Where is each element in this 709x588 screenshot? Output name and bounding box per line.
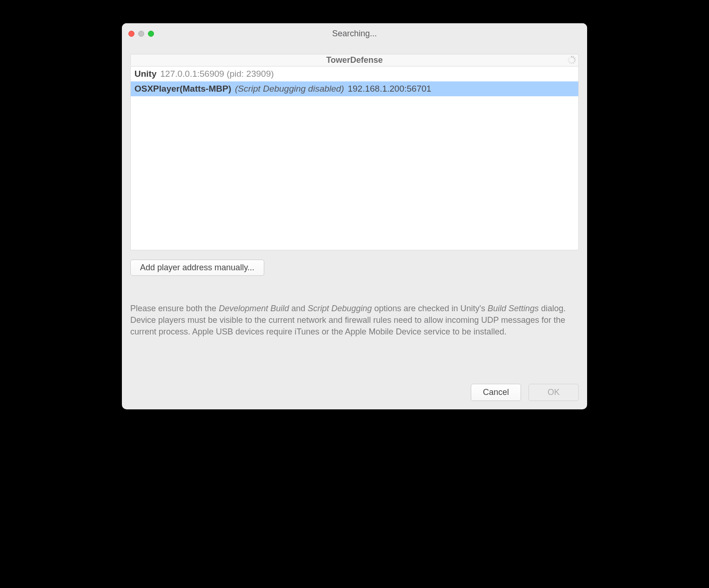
help-italic: Build Settings [488, 304, 539, 313]
player-group: TowerDefense [130, 54, 579, 250]
titlebar: Searching... [122, 23, 587, 44]
svg-rect-7 [569, 62, 571, 64]
svg-rect-2 [574, 58, 575, 60]
svg-rect-0 [571, 56, 572, 58]
svg-rect-1 [573, 56, 575, 58]
list-item[interactable]: Unity 127.0.0.1:56909 (pid: 23909) [131, 67, 578, 81]
window-title: Searching... [122, 29, 587, 39]
list-item[interactable]: OSXPlayer(Matts-MBP) (Script Debugging d… [131, 81, 578, 96]
close-icon[interactable] [128, 31, 134, 37]
svg-rect-8 [568, 61, 570, 63]
player-name: Unity [134, 69, 157, 79]
help-segment: options are checked in Unity's [372, 304, 488, 313]
svg-rect-5 [573, 62, 575, 64]
player-address: 127.0.0.1:56909 (pid: 23909) [161, 69, 274, 79]
below-list: Add player address manually... [130, 260, 579, 276]
help-italic: Script Debugging [308, 304, 372, 313]
window-controls [128, 31, 154, 37]
group-title: TowerDefense [326, 55, 383, 65]
player-name: OSXPlayer(Matts-MBP) [134, 84, 231, 94]
dialog-content: TowerDefense [122, 44, 587, 409]
group-header: TowerDefense [131, 54, 578, 67]
help-segment: and [289, 304, 308, 313]
loading-spinner-icon [567, 55, 576, 65]
add-player-manually-button[interactable]: Add player address manually... [130, 260, 264, 276]
svg-rect-9 [568, 60, 569, 60]
help-text: Please ensure both the Development Build… [130, 303, 577, 338]
dialog-buttons: Cancel OK [130, 374, 579, 401]
svg-rect-11 [569, 56, 571, 58]
svg-rect-4 [574, 61, 575, 63]
svg-rect-3 [574, 60, 576, 60]
dialog-window: Searching... TowerDefense [122, 23, 587, 409]
help-italic: Development Build [219, 304, 289, 313]
help-segment: Please ensure both the [130, 304, 219, 313]
player-address: 192.168.1.200:56701 [348, 84, 431, 94]
player-list[interactable]: Unity 127.0.0.1:56909 (pid: 23909) OSXPl… [131, 67, 578, 250]
ok-button: OK [528, 384, 579, 401]
player-note: (Script Debugging disabled) [235, 84, 344, 94]
maximize-icon[interactable] [148, 31, 154, 37]
minimize-icon [138, 31, 144, 37]
svg-rect-6 [571, 62, 572, 64]
svg-rect-10 [568, 58, 570, 60]
cancel-button[interactable]: Cancel [471, 384, 521, 401]
